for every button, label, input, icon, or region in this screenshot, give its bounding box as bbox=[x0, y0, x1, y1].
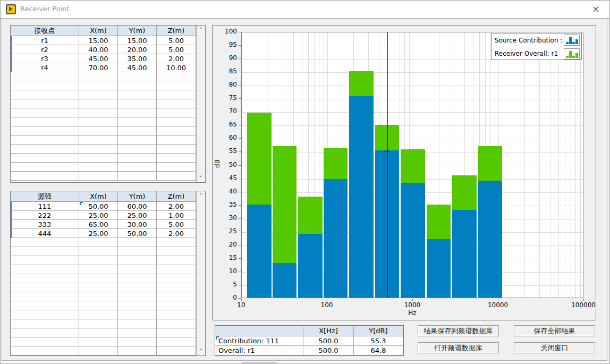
y-tick-label: 70 bbox=[219, 107, 237, 115]
table-cell[interactable]: 50.00 bbox=[118, 229, 157, 238]
table-cell[interactable]: 15.00 bbox=[118, 36, 157, 45]
table-cell bbox=[157, 90, 196, 99]
y-tick-label: 30 bbox=[219, 214, 237, 222]
bar-plot-style-icon[interactable] bbox=[564, 48, 580, 60]
table-cell[interactable]: 40.00 bbox=[79, 45, 118, 54]
table-cell[interactable]: 70.00 bbox=[79, 63, 118, 72]
table-cell bbox=[118, 72, 157, 81]
table-cell[interactable]: 25.00 bbox=[79, 229, 118, 238]
table-cell[interactable]: 500.0 bbox=[303, 346, 354, 355]
source-row bbox=[11, 310, 205, 319]
scroll-up-icon[interactable]: ˄ bbox=[197, 191, 205, 200]
table-cell[interactable]: 55.3 bbox=[354, 336, 403, 345]
y-tick-mark bbox=[239, 125, 241, 125]
save-all-results-button[interactable]: 保存全部结果 bbox=[514, 325, 595, 336]
table-cell bbox=[157, 72, 196, 81]
gridline-v bbox=[539, 32, 540, 298]
table-cell bbox=[11, 319, 79, 328]
table-cell[interactable]: 25.00 bbox=[79, 211, 118, 219]
table-cell[interactable]: 2.00 bbox=[157, 202, 196, 210]
cursor-row: Contribution: 111500.055.3 bbox=[215, 336, 403, 346]
save-results-to-spectrum-db-button[interactable]: 结果保存到频谱数据库 bbox=[418, 325, 499, 336]
table-cell[interactable]: 45.00 bbox=[118, 63, 157, 72]
scroll-down-icon[interactable]: ˅ bbox=[197, 347, 205, 355]
table-cell bbox=[157, 108, 196, 117]
table-cell[interactable]: 5.00 bbox=[157, 220, 196, 228]
table-cell[interactable]: 333 bbox=[11, 220, 79, 228]
source-row bbox=[11, 256, 205, 265]
row-selection-marker bbox=[11, 211, 12, 219]
table-cell bbox=[157, 247, 196, 256]
table-cell[interactable]: 45.00 bbox=[79, 54, 118, 63]
table-cell[interactable]: 10.00 bbox=[157, 63, 196, 72]
chart-plot-area[interactable] bbox=[241, 32, 583, 298]
table-cell[interactable]: 2.00 bbox=[157, 229, 196, 238]
bar-contribution bbox=[349, 96, 374, 298]
table-cell bbox=[11, 90, 79, 99]
table-cell[interactable]: 1.00 bbox=[157, 211, 196, 219]
x-axis-label: Hz bbox=[241, 309, 583, 317]
table-cell[interactable]: 25.00 bbox=[118, 211, 157, 219]
labview-run-arrow-icon bbox=[6, 4, 16, 14]
table-cell[interactable]: 5.00 bbox=[157, 45, 196, 54]
table-cell[interactable]: 111 bbox=[11, 202, 79, 210]
legend-label: Receiver Overall: r1 bbox=[492, 50, 564, 57]
table-cell bbox=[79, 145, 118, 153]
vertical-scrollbar[interactable]: ˄˅ bbox=[196, 191, 205, 355]
table-cell[interactable]: 64.8 bbox=[354, 346, 403, 355]
table-cell[interactable]: 5.00 bbox=[157, 36, 196, 45]
bar-contribution bbox=[247, 205, 272, 298]
table-cell[interactable]: 65.00 bbox=[79, 220, 118, 228]
table-cell[interactable]: 35.00 bbox=[118, 54, 157, 63]
table-cell bbox=[157, 117, 196, 126]
table-cell[interactable]: 222 bbox=[11, 211, 79, 219]
scroll-up-icon[interactable]: ˄ bbox=[197, 26, 205, 34]
gridline-v bbox=[400, 32, 400, 298]
table-cell bbox=[79, 99, 118, 108]
table-cell bbox=[11, 72, 79, 81]
close-icon[interactable]: × bbox=[588, 2, 603, 16]
table-cell bbox=[11, 136, 79, 144]
table-cell bbox=[79, 283, 118, 292]
open-spectrum-db-button[interactable]: 打开频谱数据库 bbox=[418, 342, 499, 353]
table-cell[interactable]: 500.0 bbox=[303, 336, 354, 345]
y-tick-mark bbox=[239, 192, 241, 192]
table-cell[interactable]: r3 bbox=[11, 54, 79, 63]
table-cell[interactable]: Overall: r1 bbox=[215, 346, 303, 355]
bar-contribution bbox=[298, 234, 323, 298]
vertical-scrollbar[interactable]: ˄˅ bbox=[196, 26, 205, 182]
table-cell[interactable]: 50.00 bbox=[79, 202, 118, 210]
cursor-readout-table[interactable]: X[Hz]Y[dB]Contribution: 111500.055.3Over… bbox=[215, 325, 404, 356]
bar-plot-style-icon[interactable] bbox=[564, 35, 580, 46]
table-cell[interactable]: 444 bbox=[11, 229, 79, 238]
chart-cursor-line[interactable] bbox=[387, 32, 388, 298]
close-window-button[interactable]: 关闭窗口 bbox=[514, 342, 595, 353]
x-tick-label: 100000 bbox=[565, 301, 602, 309]
table-cell bbox=[118, 274, 157, 283]
x-tick-mark bbox=[241, 299, 242, 301]
y-tick-mark bbox=[239, 272, 241, 272]
table-cell bbox=[11, 292, 79, 301]
table-cell[interactable]: r2 bbox=[11, 45, 79, 54]
table-cell[interactable]: 15.00 bbox=[79, 36, 118, 45]
receiver-point-table[interactable]: 接收点X(m)Y(m)Z(m)r115.0015.005.00r240.0020… bbox=[10, 25, 206, 183]
y-tick-label: 10 bbox=[219, 267, 237, 275]
legend-item-overall[interactable]: Receiver Overall: r1 bbox=[492, 47, 581, 60]
legend-item-contribution[interactable]: Source Contribution : 111 bbox=[492, 33, 581, 47]
table-cell[interactable]: 30.00 bbox=[118, 220, 157, 228]
table-cell[interactable]: r4 bbox=[11, 63, 79, 72]
source-strength-table[interactable]: 源强X(m)Y(m)Z(m)11150.0060.002.0022225.002… bbox=[10, 191, 206, 356]
chart-cursor-crosshair[interactable] bbox=[384, 151, 390, 152]
table-cell[interactable]: r1 bbox=[11, 36, 79, 45]
table-cell[interactable]: 2.00 bbox=[157, 54, 196, 63]
y-tick-mark bbox=[239, 232, 241, 232]
scroll-down-icon[interactable]: ˅ bbox=[197, 174, 205, 182]
y-tick-mark bbox=[239, 285, 241, 285]
table-cell[interactable]: 20.00 bbox=[118, 45, 157, 54]
bar-overall bbox=[298, 197, 323, 234]
table-cell[interactable]: 60.00 bbox=[118, 202, 157, 210]
y-tick-label: 85 bbox=[219, 67, 237, 75]
table-cell bbox=[11, 81, 79, 90]
x-tick-mark bbox=[583, 299, 584, 301]
table-cell[interactable]: Contribution: 111 bbox=[215, 336, 303, 345]
